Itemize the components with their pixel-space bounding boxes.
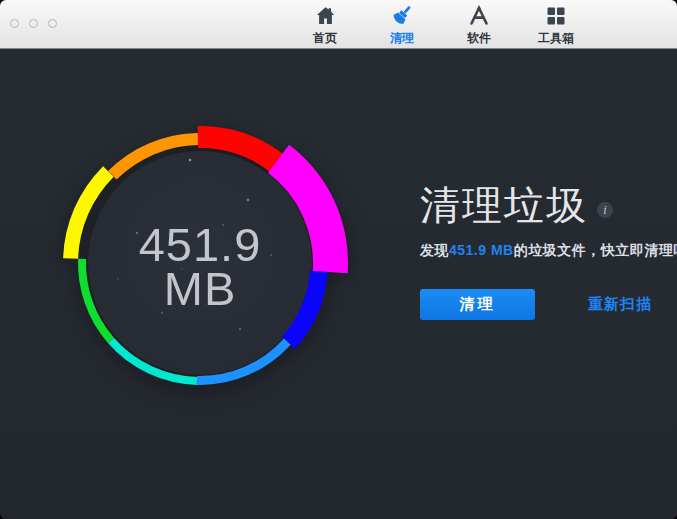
app-window: 首页 清理 bbox=[0, 0, 677, 519]
content-area: 451.9 MB 清理垃圾 i 发现451.9 MB的垃圾文件，快立即清理吧 清… bbox=[0, 49, 677, 519]
titlebar: 首页 清理 bbox=[0, 0, 677, 49]
tab-label: 工具箱 bbox=[538, 30, 574, 47]
tab-label: 软件 bbox=[467, 30, 491, 47]
minimize-window-button[interactable] bbox=[29, 19, 38, 28]
page-title: 清理垃圾 bbox=[420, 184, 588, 226]
tab-clean[interactable]: 清理 bbox=[369, 2, 435, 48]
summary-prefix: 发现 bbox=[420, 242, 449, 258]
tab-label: 清理 bbox=[390, 30, 414, 47]
scan-summary: 发现451.9 MB的垃圾文件，快立即清理吧 bbox=[420, 242, 660, 260]
scan-result-ring: 451.9 MB bbox=[40, 103, 360, 423]
tab-software[interactable]: 软件 bbox=[446, 2, 512, 48]
clean-button[interactable]: 清理 bbox=[420, 289, 535, 320]
tab-home[interactable]: 首页 bbox=[292, 2, 358, 48]
close-window-button[interactable] bbox=[10, 19, 19, 28]
brush-icon bbox=[389, 2, 415, 29]
tab-toolbox[interactable]: 工具箱 bbox=[523, 2, 589, 48]
software-a-icon bbox=[466, 2, 492, 29]
home-icon bbox=[313, 2, 338, 29]
tab-label: 首页 bbox=[313, 30, 337, 47]
summary-suffix: 的垃圾文件，快立即清理吧 bbox=[514, 242, 677, 258]
junk-size-unit: MB bbox=[164, 262, 237, 315]
clean-panel: 清理垃圾 i 发现451.9 MB的垃圾文件，快立即清理吧 清理 重新扫描 bbox=[420, 184, 660, 320]
toolbar-tabs: 首页 清理 bbox=[292, 2, 589, 48]
zoom-window-button[interactable] bbox=[48, 19, 57, 28]
traffic-lights bbox=[10, 19, 57, 28]
toolbox-grid-icon bbox=[544, 2, 568, 29]
info-icon[interactable]: i bbox=[597, 202, 613, 218]
summary-size-highlight: 451.9 MB bbox=[449, 242, 514, 258]
rescan-link[interactable]: 重新扫描 bbox=[588, 295, 652, 314]
